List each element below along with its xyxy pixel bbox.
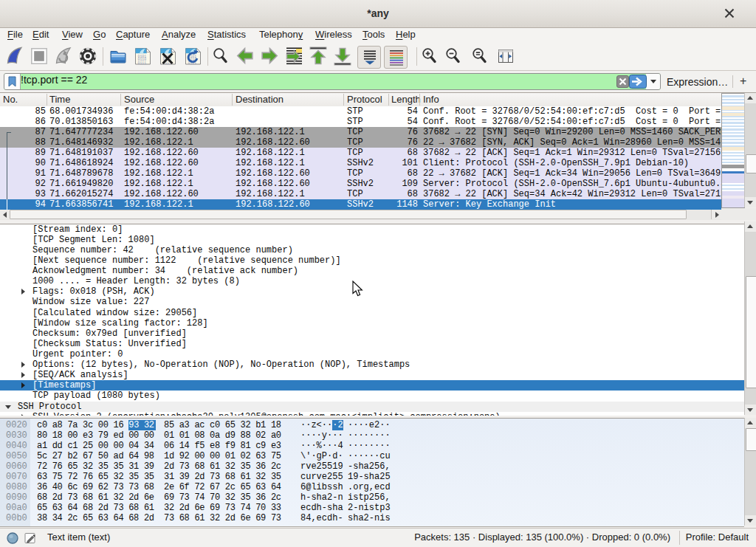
svg-text:0111: 0111 bbox=[138, 61, 147, 65]
